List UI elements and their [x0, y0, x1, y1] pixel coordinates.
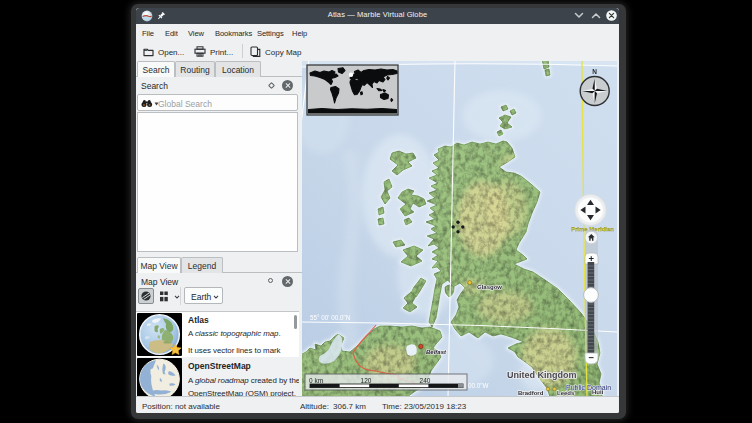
status-altitude-value: 306.7 km [333, 402, 366, 411]
float-dock-icon[interactable] [268, 82, 275, 89]
controls-separator [180, 287, 181, 305]
scalebar-zero: 0 km [309, 377, 323, 384]
minimize-button[interactable] [574, 12, 584, 19]
menu-view[interactable]: View [188, 29, 204, 38]
scalebar-end: 240 [420, 377, 431, 384]
main-toolbar: Open... Print... Copy Map [136, 42, 619, 61]
search-dock-header: Search [136, 79, 302, 94]
search-dock-title: Search [141, 81, 168, 91]
map-list-scrollbar[interactable] [294, 315, 297, 329]
map-theme-atlas[interactable]: Atlas A classic topographic map. It uses… [136, 312, 299, 357]
mapview-close-icon[interactable] [282, 276, 293, 287]
combo-chevron [213, 294, 219, 300]
menu-file[interactable]: File [142, 29, 154, 38]
status-position: Position: not available [142, 402, 220, 411]
celestial-body-combobox[interactable]: Earth [184, 287, 223, 304]
tab-search[interactable]: Search [137, 61, 175, 77]
country-label: United Kingdom [507, 370, 577, 380]
title-bar[interactable]: Atlas — Marble Virtual Globe [136, 8, 619, 24]
overview-map[interactable] [307, 65, 398, 115]
tab-map-view[interactable]: Map View [137, 257, 181, 273]
latitude-label: 55° 00' 00.0"N [310, 314, 351, 321]
attribution-label: Public Domain [566, 384, 611, 391]
map-theme-title: OpenStreetMap [188, 361, 251, 371]
home-button[interactable] [585, 231, 598, 244]
scalebar-mid: 120 [361, 377, 372, 384]
status-time: Time: 23/05/2019 18:23 [382, 402, 466, 411]
toolbar-separator [242, 44, 243, 58]
print-button[interactable]: Print... [210, 48, 233, 57]
glasgow-label: Glasgow [477, 284, 502, 290]
side-panel: Search Routing Location Search [136, 61, 302, 396]
belfast-dot [419, 344, 423, 348]
map-theme-description: A classic topographic map. [188, 329, 281, 338]
tab-routing-label: Routing [180, 65, 209, 75]
map-theme-openstreetmap[interactable]: OpenStreetMap A global roadmap created b… [136, 357, 299, 396]
maximize-button[interactable] [591, 12, 601, 19]
search-placeholder: Global Search [158, 99, 212, 109]
map-theme-description-2: It uses vector lines to mark [188, 346, 280, 355]
longitude-label: 00.0"W [468, 382, 488, 389]
compass-n-label: N [592, 68, 597, 75]
tab-map-view-label: Map View [140, 261, 177, 271]
copy-map-icon[interactable] [250, 46, 261, 57]
map-theme-list: Atlas A classic topographic map. It uses… [136, 311, 299, 396]
map-theme-description: A global roadmap created by the [188, 376, 299, 385]
glasgow-dot [468, 281, 472, 285]
tab-legend[interactable]: Legend [181, 257, 223, 273]
open-icon[interactable] [143, 47, 154, 57]
favorite-star-icon [169, 343, 182, 356]
mapview-tab-bar: Map View Legend [136, 257, 302, 273]
search-input[interactable]: Global Search [137, 94, 298, 111]
menu-bar: File Edit View Bookmarks Settings Help [136, 24, 619, 42]
panel-tab-bar: Search Routing Location [136, 61, 302, 77]
osm-thumbnail [137, 358, 182, 396]
zoom-handle[interactable] [584, 288, 599, 303]
marble-window: Atlas — Marble Virtual Globe File Edit V… [136, 8, 619, 413]
mapview-dock-title: Map View [141, 277, 178, 287]
status-bar: Position: not available Altitude: 306.7 … [136, 396, 619, 413]
scale-bar: 0 km 120 240 [305, 374, 467, 390]
combo-value: Earth [191, 292, 211, 302]
status-altitude-label: Altitude: [300, 402, 329, 411]
window-title: Atlas — Marble Virtual Globe [136, 10, 619, 19]
map-theme-title: Atlas [188, 315, 209, 325]
map-canvas[interactable]: 55° 00' 00.0"N 00.0"W Prime Meridian Gla… [302, 61, 617, 396]
copy-map-button[interactable]: Copy Map [265, 48, 301, 57]
map-theme-description-2: OpenStreetMap (OSM) project. [188, 389, 296, 396]
menu-bookmarks[interactable]: Bookmarks [215, 29, 252, 38]
desktop: Atlas — Marble Virtual Globe File Edit V… [0, 0, 752, 423]
tab-search-label: Search [143, 65, 170, 75]
binoculars-icon[interactable] [141, 98, 153, 108]
menu-help[interactable]: Help [292, 29, 307, 38]
tab-location[interactable]: Location [215, 61, 261, 77]
belfast-label: Belfast [426, 349, 447, 355]
nav-pad[interactable] [575, 194, 607, 226]
tab-location-label: Location [222, 65, 254, 75]
print-icon[interactable] [194, 46, 206, 57]
map-grid-button[interactable] [159, 291, 169, 302]
close-button[interactable] [606, 10, 617, 21]
overview-position-dot [349, 73, 353, 77]
close-dock-icon[interactable] [282, 80, 293, 91]
open-button[interactable]: Open... [158, 48, 184, 57]
menu-settings[interactable]: Settings [257, 29, 284, 38]
menu-edit[interactable]: Edit [165, 29, 178, 38]
globe-projection-button[interactable] [138, 288, 154, 304]
search-results-list[interactable] [137, 112, 298, 252]
marble-map[interactable]: 55° 00' 00.0"N 00.0"W Prime Meridian Gla… [302, 61, 617, 396]
lough-neagh [406, 344, 417, 356]
zoom-out-label: − [588, 352, 594, 363]
tab-routing[interactable]: Routing [175, 61, 215, 77]
tab-legend-label: Legend [188, 261, 216, 271]
mapview-float-icon[interactable] [268, 278, 273, 283]
